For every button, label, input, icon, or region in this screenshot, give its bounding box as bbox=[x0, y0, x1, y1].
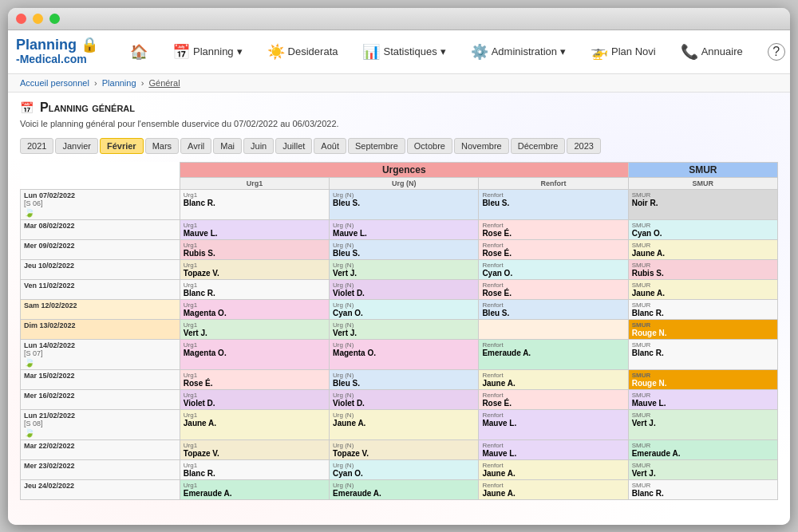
urgn-cell: Urg (N)Vert J. bbox=[330, 259, 479, 279]
urgn-cell: Urg (N)Cyan O. bbox=[330, 299, 479, 319]
smur-cell: SMURBlanc R. bbox=[628, 339, 777, 369]
logo-bottom: -Medical.com bbox=[16, 53, 112, 65]
renfort-cell: RenfortMauve L. bbox=[479, 439, 628, 459]
month-tab-janvier[interactable]: Janvier bbox=[55, 138, 97, 154]
smur-cell: SMURVert J. bbox=[628, 459, 777, 479]
renfort-cell: RenfortBleu S. bbox=[479, 189, 628, 219]
logo: Planning 🔒 -Medical.com bbox=[16, 37, 112, 65]
desiderata-label: Desiderata bbox=[288, 45, 338, 57]
plan-novi-icon: 🚁 bbox=[591, 43, 608, 61]
administration-nav[interactable]: ⚙️ Administration ▾ bbox=[464, 39, 572, 65]
renfort-cell: RenfortEmeraude A. bbox=[479, 339, 628, 369]
renfort-cell: RenfortMauve L. bbox=[479, 409, 628, 439]
col-renfort: Renfort bbox=[479, 177, 628, 189]
home-nav[interactable]: 🏠 bbox=[124, 39, 154, 65]
main-content: 📅 Planning général Voici le planning gén… bbox=[8, 93, 790, 525]
urgn-cell: Urg (N)Violet D. bbox=[330, 389, 479, 409]
date-cell: Sam 12/02/2022 bbox=[21, 299, 180, 319]
urg1-cell: Urg1Blanc R. bbox=[180, 189, 329, 219]
month-tab-mars[interactable]: Mars bbox=[145, 138, 179, 154]
date-cell: Mer 09/02/2022 bbox=[21, 239, 180, 259]
breadcrumb-accueil[interactable]: Accueil personnel bbox=[20, 78, 89, 88]
smur-cell: SMURRouge N. bbox=[628, 369, 777, 389]
close-button[interactable] bbox=[16, 14, 26, 24]
date-cell: Mar 22/02/2022 bbox=[21, 439, 180, 459]
date-cell: Jeu 10/02/2022 bbox=[21, 259, 180, 279]
urg1-cell: Urg1Topaze V. bbox=[180, 259, 329, 279]
urg1-cell: Urg1Blanc R. bbox=[180, 459, 329, 479]
date-cell: Dim 13/02/2022 bbox=[21, 319, 180, 339]
renfort-cell: RenfortCyan O. bbox=[479, 259, 628, 279]
date-cell: Mer 16/02/2022 bbox=[21, 389, 180, 409]
page-subtitle: Voici le planning général pour l'ensembl… bbox=[20, 119, 778, 128]
renfort-cell: RenfortJaune A. bbox=[479, 459, 628, 479]
planning-nav[interactable]: 📅 Planning ▾ bbox=[166, 39, 249, 65]
month-tab-septembre[interactable]: Septembre bbox=[348, 138, 405, 154]
smur-cell: SMURMauve L. bbox=[628, 389, 777, 409]
desiderata-nav[interactable]: ☀️ Desiderata bbox=[261, 39, 345, 65]
app-window: Planning 🔒 -Medical.com 🏠 📅 Planning ▾ ☀… bbox=[8, 8, 790, 525]
date-cell: Ven 11/02/2022 bbox=[21, 279, 180, 299]
titlebar bbox=[8, 8, 790, 30]
table-row: Sam 12/02/2022Urg1Magenta O.Urg (N)Cyan … bbox=[21, 299, 778, 319]
logo-top: Planning 🔒 bbox=[16, 37, 112, 53]
month-tab-2023[interactable]: 2023 bbox=[567, 138, 600, 154]
month-tab-décembre[interactable]: Décembre bbox=[511, 138, 566, 154]
urg1-cell: Urg1Vert J. bbox=[180, 319, 329, 339]
renfort-cell: RenfortRose É. bbox=[479, 219, 628, 239]
maximize-button[interactable] bbox=[49, 14, 60, 24]
renfort-cell: RenfortJaune A. bbox=[479, 479, 628, 499]
table-row: Jeu 10/02/2022Urg1Topaze V.Urg (N)Vert J… bbox=[21, 259, 778, 279]
urgn-cell: Urg (N)Emeraude A. bbox=[330, 479, 479, 499]
urgn-cell: Urg (N)Bleu S. bbox=[330, 369, 479, 389]
breadcrumb: Accueil personnel › Planning › Général bbox=[8, 74, 790, 93]
urg1-cell: Urg1Magenta O. bbox=[180, 339, 329, 369]
urgn-cell: Urg (N)Violet D. bbox=[330, 279, 479, 299]
table-row: Jeu 24/02/2022Urg1Emeraude A.Urg (N)Emer… bbox=[21, 479, 778, 499]
smur-cell: SMURVert J. bbox=[628, 409, 777, 439]
smur-cell: SMURCyan O. bbox=[628, 219, 777, 239]
smur-cell: SMURRubis S. bbox=[628, 259, 777, 279]
urgn-cell: Urg (N)Cyan O. bbox=[330, 459, 479, 479]
month-tab-avril[interactable]: Avril bbox=[180, 138, 211, 154]
month-tab-juin[interactable]: Juin bbox=[243, 138, 274, 154]
smur-cell: SMURJaune A. bbox=[628, 279, 777, 299]
urg1-cell: Urg1Mauve L. bbox=[180, 219, 329, 239]
header-urgences: Urgences bbox=[180, 162, 628, 177]
table-row: Ven 11/02/2022Urg1Blanc R.Urg (N)Violet … bbox=[21, 279, 778, 299]
planning-icon: 📅 bbox=[172, 43, 190, 61]
statistiques-icon: 📊 bbox=[362, 43, 380, 61]
urg1-cell: Urg1Emeraude A. bbox=[180, 479, 329, 499]
renfort-cell: RenfortRose É. bbox=[479, 389, 628, 409]
urgn-cell: Urg (N)Topaze V. bbox=[330, 439, 479, 459]
month-tab-octobre[interactable]: Octobre bbox=[407, 138, 452, 154]
breadcrumb-planning[interactable]: Planning bbox=[102, 78, 136, 88]
help-nav[interactable]: ? bbox=[761, 39, 790, 65]
planning-label: Planning bbox=[193, 45, 234, 57]
table-row: Mar 22/02/2022Urg1Topaze V.Urg (N)Topaze… bbox=[21, 439, 778, 459]
plan-novi-nav[interactable]: 🚁 Plan Novi bbox=[584, 39, 662, 65]
month-tab-juillet[interactable]: Juillet bbox=[275, 138, 312, 154]
urg1-cell: Urg1Rose É. bbox=[180, 369, 329, 389]
minimize-button[interactable] bbox=[33, 14, 43, 24]
breadcrumb-general: Général bbox=[148, 78, 180, 88]
month-tab-août[interactable]: Août bbox=[314, 138, 346, 154]
urgn-cell: Urg (N)Magenta O. bbox=[330, 339, 479, 369]
urgn-cell: Urg (N)Bleu S. bbox=[330, 239, 479, 259]
month-tab-2021[interactable]: 2021 bbox=[20, 138, 53, 154]
page-title-block: 📅 Planning général bbox=[20, 100, 778, 115]
statistiques-nav[interactable]: 📊 Statistiques ▾ bbox=[356, 39, 452, 65]
renfort-cell: RenfortRose É. bbox=[479, 239, 628, 259]
page-title: Planning général bbox=[40, 100, 135, 115]
month-tab-novembre[interactable]: Novembre bbox=[454, 138, 509, 154]
navbar: Planning 🔒 -Medical.com 🏠 📅 Planning ▾ ☀… bbox=[8, 30, 790, 74]
renfort-cell bbox=[479, 319, 628, 339]
date-cell: Mar 15/02/2022 bbox=[21, 369, 180, 389]
smur-cell: SMURBlanc R. bbox=[628, 299, 777, 319]
statistiques-chevron: ▾ bbox=[440, 45, 446, 57]
date-cell: Lun 14/02/2022[S 07]🍃 bbox=[21, 339, 180, 369]
month-tab-février[interactable]: Février bbox=[100, 138, 144, 154]
annuaire-nav[interactable]: 📞 Annuaire bbox=[674, 39, 749, 65]
month-tab-mai[interactable]: Mai bbox=[213, 138, 242, 154]
urg1-cell: Urg1Violet D. bbox=[180, 389, 329, 409]
